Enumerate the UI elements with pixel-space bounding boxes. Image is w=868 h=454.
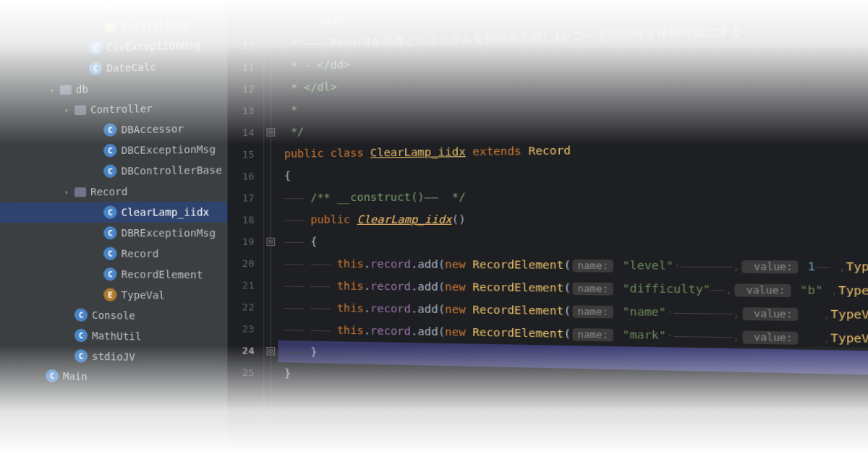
fold-toggle-icon[interactable]: ⊟	[266, 128, 275, 137]
code-token: .add(	[411, 325, 445, 338]
chevron-down-icon[interactable]	[50, 86, 60, 94]
code-token: }	[284, 367, 291, 380]
code-token: "mark"	[616, 328, 666, 342]
line-number[interactable]: 11	[227, 56, 254, 79]
code-token: ——— ———	[284, 279, 337, 291]
class-icon: C	[103, 205, 116, 218]
project-tree: CCsvEExistsStateCCsvExceptionMsgCDateCal…	[0, 0, 227, 454]
tree-item-label: DBCExceptionMsg	[122, 143, 216, 156]
class-icon: C	[89, 61, 102, 75]
fold-guide-line	[271, 0, 271, 454]
line-number[interactable]: 23	[227, 317, 254, 340]
tree-item-label: MathUtil	[92, 330, 142, 343]
inlay-hint: value:	[735, 283, 791, 297]
code-token: TypeVal	[830, 307, 868, 321]
class-icon: C	[89, 41, 102, 55]
code-token: public	[310, 213, 357, 226]
class-icon: C	[103, 267, 116, 280]
code-token: ,	[800, 331, 830, 345]
tree-item-record[interactable]: CRecord	[0, 243, 227, 265]
line-number[interactable]: 18	[227, 209, 254, 231]
code-token: "b"	[792, 283, 822, 296]
line-number[interactable]: 9	[227, 12, 254, 35]
tree-item-label: Record	[90, 186, 127, 198]
code-token: 1	[800, 260, 815, 273]
line-number[interactable]: 22	[227, 296, 254, 318]
line-number[interactable]: 8	[227, 0, 254, 13]
line-number[interactable]: 16	[227, 166, 254, 187]
code-token: TypeVal	[846, 260, 868, 274]
tree-item-label: DBControllerBase	[122, 164, 222, 177]
line-number[interactable]: 13	[227, 100, 254, 122]
code-token: ——,	[710, 283, 733, 296]
code-token: * </dl>	[284, 80, 337, 93]
tree-item-record[interactable]: Record	[0, 181, 227, 202]
code-token: }	[310, 346, 317, 358]
fold-column: ⊟⊟⊟	[264, 0, 278, 454]
code-token: new	[445, 303, 472, 316]
code-token: ClearLamp_iidx	[357, 213, 451, 226]
enum-icon: E	[103, 288, 116, 301]
fold-toggle-icon[interactable]: ⊟	[266, 238, 275, 247]
code-area[interactable]: * <dt>クリアランプレコード</dt> * - <dd> * ——— Rec…	[278, 0, 868, 454]
class-icon: C	[103, 247, 116, 260]
line-number[interactable]: 24	[227, 340, 254, 362]
line-number[interactable]: 21	[227, 274, 254, 296]
tree-item-dbrexceptionmsg[interactable]: CDBRExceptionMsg	[0, 223, 227, 244]
code-token: new	[445, 325, 472, 338]
line-number[interactable]: 20	[227, 252, 254, 274]
code-token: RecordElement	[472, 326, 563, 340]
line-number[interactable]: 25	[227, 361, 254, 384]
line-number[interactable]: 10	[227, 34, 254, 56]
class-icon: C	[103, 123, 116, 137]
tree-item-recordelement[interactable]: CRecordElement	[0, 263, 227, 286]
code-token: {	[310, 236, 317, 248]
tree-item-label: RecordElement	[122, 268, 203, 280]
tree-item-dbcontrollerbase[interactable]: CDBControllerBase	[0, 160, 227, 183]
class-icon: C	[103, 226, 116, 239]
code-token: .add(	[411, 303, 445, 316]
tree-item-typeval[interactable]: ETypeVal	[0, 283, 227, 307]
code-token: ———	[284, 236, 310, 248]
class-icon: C	[75, 329, 88, 343]
code-token: TypeVal	[830, 331, 868, 345]
tree-item-label: Controller	[90, 103, 153, 116]
line-number[interactable]: 12	[227, 78, 254, 100]
class-icon: C	[103, 164, 116, 177]
code-token: ——— ———	[284, 301, 337, 314]
chevron-down-icon[interactable]	[64, 188, 75, 196]
code-token: RecordElement	[472, 258, 563, 271]
code-token: .	[364, 257, 370, 270]
code-token: record	[370, 325, 411, 338]
inlay-hint: value:	[742, 260, 799, 273]
code-token: (	[563, 259, 571, 272]
code-token: extends	[466, 145, 529, 158]
fold-toggle-icon[interactable]: ⊟	[266, 347, 275, 356]
tree-item-dbcexceptionmsg[interactable]: CDBCExceptionMsg	[0, 139, 227, 163]
code-token: (	[563, 327, 571, 340]
code-token: *	[284, 103, 297, 116]
line-number-gutter: 8910111213141516171819202122232425	[227, 0, 264, 454]
code-token: ,	[823, 283, 838, 296]
tree-item-clearlamp-iidx[interactable]: CClearLamp_iidx	[0, 202, 227, 223]
line-number[interactable]: 17	[227, 187, 254, 209]
code-token: this	[337, 301, 364, 314]
folder-icon	[60, 85, 72, 94]
code-line[interactable]: ——— {	[278, 231, 868, 256]
line-number[interactable]: 14	[227, 121, 254, 144]
line-number[interactable]: 19	[227, 231, 254, 252]
code-editor: 8910111213141516171819202122232425 ⊟⊟⊟ *…	[227, 0, 868, 454]
code-line[interactable]: ——— public ClearLamp_iidx()	[278, 207, 868, 231]
class-icon: C	[75, 349, 88, 363]
line-number[interactable]: 15	[227, 143, 254, 166]
inlay-hint: value:	[742, 307, 799, 321]
tree-item-label: ClearLamp_iidx	[122, 206, 210, 218]
inlay-hint: name:	[573, 283, 614, 296]
class-icon: C	[103, 144, 116, 158]
code-token: this	[337, 257, 364, 270]
code-token: .add(	[411, 258, 445, 270]
code-token: ClearLamp_iidx	[370, 145, 466, 159]
chevron-down-icon[interactable]	[64, 106, 75, 113]
code-line[interactable]: ——— /** __construct()—— */	[278, 182, 868, 209]
tree-item-label: DateCalc	[106, 61, 156, 74]
